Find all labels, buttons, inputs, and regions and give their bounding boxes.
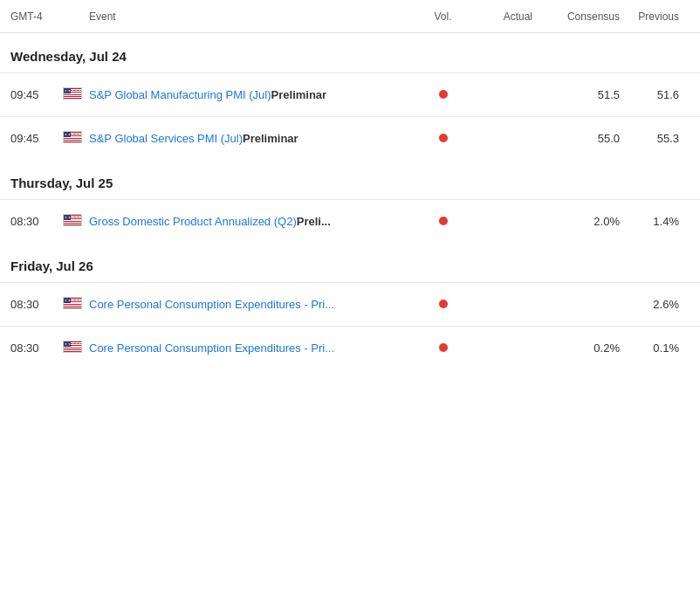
volatility-dot xyxy=(439,343,448,352)
table-row: 08:30 ★★★★★★★★★★★★★★★★★★★★★★★★★★★★★★★★★★… xyxy=(0,199,700,243)
table-header: GMT-4 Event Vol. Actual Consensus Previo… xyxy=(0,0,700,33)
previous-value: 0.1% xyxy=(620,341,690,355)
event-name[interactable]: S&P Global Services PMI (Jul)Preliminar xyxy=(89,132,423,145)
flag-cell: ★★★★★★★★★★★★★★★★★★★★★★★★★★★★★★★★★★★★★★★★… xyxy=(63,297,89,312)
flag-cell: ★★★★★★★★★★★★★★★★★★★★★★★★★★★★★★★★★★★★★★★★… xyxy=(63,214,89,229)
table-row: 08:30 ★★★★★★★★★★★★★★★★★★★★★★★★★★★★★★★★★★… xyxy=(0,282,700,326)
day-header-2: Friday, Jul 26 xyxy=(0,243,700,282)
event-time: 08:30 xyxy=(10,215,63,228)
vol-cell xyxy=(423,298,463,311)
volatility-dot xyxy=(439,134,448,142)
event-name-link[interactable]: Core Personal Consumption Expenditures -… xyxy=(89,298,334,311)
event-name[interactable]: Core Personal Consumption Expenditures -… xyxy=(89,341,423,355)
event-name-suffix: Preliminar xyxy=(271,88,327,101)
event-time: 08:30 xyxy=(10,341,63,355)
previous-value: 2.6% xyxy=(620,298,690,311)
us-flag-icon: ★★★★★★★★★★★★★★★★★★★★★★★★★★★★★★★★★★★★★★★★… xyxy=(63,214,82,226)
previous-value: 51.6 xyxy=(620,88,690,101)
event-name-suffix: Preliminar xyxy=(243,132,299,145)
vol-cell xyxy=(423,341,463,355)
day-header-0: Wednesday, Jul 24 xyxy=(0,33,700,72)
calendar-body: Wednesday, Jul 2409:45 ★★★★★★★★★★★★★★★★★… xyxy=(0,33,700,369)
previous-value: 1.4% xyxy=(620,215,690,228)
us-flag-icon: ★★★★★★★★★★★★★★★★★★★★★★★★★★★★★★★★★★★★★★★★… xyxy=(63,131,82,143)
table-row: 09:45 ★★★★★★★★★★★★★★★★★★★★★★★★★★★★★★★★★★… xyxy=(0,116,700,160)
event-name-link[interactable]: Gross Domestic Product Annualized (Q2) xyxy=(89,215,297,228)
table-row: 08:30 ★★★★★★★★★★★★★★★★★★★★★★★★★★★★★★★★★★… xyxy=(0,326,700,369)
volatility-dot xyxy=(439,90,448,99)
event-time: 09:45 xyxy=(10,88,63,101)
header-actual: Actual xyxy=(463,10,532,23)
event-name[interactable]: Core Personal Consumption Expenditures -… xyxy=(89,298,423,311)
event-time: 08:30 xyxy=(10,298,63,311)
previous-value: 55.3 xyxy=(620,132,690,145)
flag-cell: ★★★★★★★★★★★★★★★★★★★★★★★★★★★★★★★★★★★★★★★★… xyxy=(63,131,89,146)
volatility-dot xyxy=(439,300,448,308)
header-previous: Previous xyxy=(620,10,690,23)
event-name-link[interactable]: Core Personal Consumption Expenditures -… xyxy=(89,341,334,355)
consensus-value: 55.0 xyxy=(532,132,620,145)
event-name[interactable]: Gross Domestic Product Annualized (Q2)Pr… xyxy=(89,215,423,228)
event-name-link[interactable]: S&P Global Services PMI (Jul) xyxy=(89,132,243,145)
event-name-link[interactable]: S&P Global Manufacturing PMI (Jul) xyxy=(89,88,271,101)
table-row: 09:45 ★★★★★★★★★★★★★★★★★★★★★★★★★★★★★★★★★★… xyxy=(0,72,700,116)
header-timezone: GMT-4 xyxy=(10,10,63,23)
vol-cell xyxy=(423,132,463,145)
consensus-value: 2.0% xyxy=(532,215,620,228)
header-consensus: Consensus xyxy=(532,10,620,23)
event-name-suffix: Preli... xyxy=(297,215,331,228)
event-time: 09:45 xyxy=(10,132,63,145)
us-flag-icon: ★★★★★★★★★★★★★★★★★★★★★★★★★★★★★★★★★★★★★★★★… xyxy=(63,297,82,309)
flag-cell: ★★★★★★★★★★★★★★★★★★★★★★★★★★★★★★★★★★★★★★★★… xyxy=(63,87,89,102)
header-event: Event xyxy=(89,10,423,23)
volatility-dot xyxy=(439,217,448,225)
vol-cell xyxy=(423,88,463,101)
header-vol: Vol. xyxy=(423,10,463,23)
day-header-1: Thursday, Jul 25 xyxy=(0,160,700,199)
vol-cell xyxy=(423,215,463,228)
consensus-value: 51.5 xyxy=(532,88,620,101)
us-flag-icon: ★★★★★★★★★★★★★★★★★★★★★★★★★★★★★★★★★★★★★★★★… xyxy=(63,87,82,100)
flag-cell: ★★★★★★★★★★★★★★★★★★★★★★★★★★★★★★★★★★★★★★★★… xyxy=(63,341,89,355)
event-name[interactable]: S&P Global Manufacturing PMI (Jul)Prelim… xyxy=(89,88,423,101)
consensus-value: 0.2% xyxy=(532,341,620,355)
us-flag-icon: ★★★★★★★★★★★★★★★★★★★★★★★★★★★★★★★★★★★★★★★★… xyxy=(63,341,82,353)
